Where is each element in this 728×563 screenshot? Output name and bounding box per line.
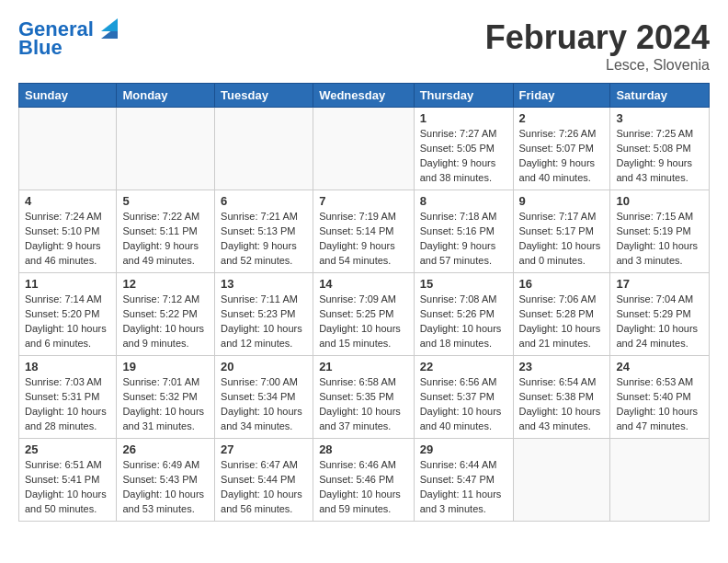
day-info: Sunrise: 7:15 AM Sunset: 5:19 PM Dayligh… [616, 210, 703, 269]
calendar-cell: 14Sunrise: 7:09 AM Sunset: 5:25 PM Dayli… [313, 273, 415, 356]
day-info: Sunrise: 7:25 AM Sunset: 5:08 PM Dayligh… [616, 127, 703, 186]
day-number: 19 [122, 360, 209, 373]
day-number: 22 [420, 360, 507, 373]
day-info: Sunrise: 7:00 AM Sunset: 5:34 PM Dayligh… [221, 375, 307, 434]
day-info: Sunrise: 7:26 AM Sunset: 5:07 PM Dayligh… [519, 127, 605, 186]
day-number: 16 [519, 277, 605, 291]
day-info: Sunrise: 6:53 AM Sunset: 5:40 PM Dayligh… [616, 375, 703, 434]
day-info: Sunrise: 7:22 AM Sunset: 5:11 PM Dayligh… [122, 210, 209, 269]
calendar-cell: 9Sunrise: 7:17 AM Sunset: 5:17 PM Daylig… [513, 190, 610, 273]
day-number: 1 [420, 111, 507, 125]
day-number: 12 [122, 277, 209, 291]
calendar-cell: 3Sunrise: 7:25 AM Sunset: 5:08 PM Daylig… [610, 108, 710, 190]
column-header-monday: Monday [117, 84, 215, 108]
day-info: Sunrise: 7:06 AM Sunset: 5:28 PM Dayligh… [519, 293, 605, 351]
day-info: Sunrise: 6:51 AM Sunset: 5:41 PM Dayligh… [25, 458, 110, 517]
calendar-cell: 15Sunrise: 7:08 AM Sunset: 5:26 PM Dayli… [414, 273, 513, 356]
svg-marker-1 [101, 18, 118, 31]
day-info: Sunrise: 7:01 AM Sunset: 5:32 PM Dayligh… [122, 375, 209, 434]
calendar-cell: 6Sunrise: 7:21 AM Sunset: 5:13 PM Daylig… [215, 190, 313, 273]
location: Lesce, Slovenia [485, 57, 710, 74]
day-number: 6 [221, 194, 307, 208]
calendar-cell: 29Sunrise: 6:44 AM Sunset: 5:47 PM Dayli… [414, 439, 513, 522]
day-number: 3 [616, 111, 703, 125]
calendar-cell: 27Sunrise: 6:47 AM Sunset: 5:44 PM Dayli… [215, 439, 313, 522]
calendar-cell: 16Sunrise: 7:06 AM Sunset: 5:28 PM Dayli… [513, 273, 610, 356]
day-info: Sunrise: 7:11 AM Sunset: 5:23 PM Dayligh… [221, 293, 307, 351]
day-number: 5 [122, 194, 209, 208]
calendar-week-row: 4Sunrise: 7:24 AM Sunset: 5:10 PM Daylig… [19, 190, 710, 273]
page-header: General Blue February 2024 Lesce, Sloven… [18, 18, 710, 74]
day-info: Sunrise: 6:49 AM Sunset: 5:43 PM Dayligh… [122, 458, 209, 517]
day-info: Sunrise: 7:04 AM Sunset: 5:29 PM Dayligh… [616, 293, 703, 351]
day-number: 28 [319, 442, 408, 456]
day-info: Sunrise: 7:21 AM Sunset: 5:13 PM Dayligh… [221, 210, 307, 269]
day-number: 7 [319, 194, 408, 208]
column-header-wednesday: Wednesday [313, 84, 415, 108]
day-info: Sunrise: 7:12 AM Sunset: 5:22 PM Dayligh… [122, 293, 209, 351]
column-header-thursday: Thursday [414, 84, 513, 108]
calendar-cell [610, 439, 710, 522]
day-number: 10 [616, 194, 703, 208]
day-info: Sunrise: 6:44 AM Sunset: 5:47 PM Dayligh… [420, 458, 507, 517]
day-info: Sunrise: 6:56 AM Sunset: 5:37 PM Dayligh… [420, 375, 507, 434]
day-number: 14 [319, 277, 408, 291]
calendar-week-row: 11Sunrise: 7:14 AM Sunset: 5:20 PM Dayli… [19, 273, 710, 356]
calendar-cell: 7Sunrise: 7:19 AM Sunset: 5:14 PM Daylig… [313, 190, 415, 273]
calendar-cell: 25Sunrise: 6:51 AM Sunset: 5:41 PM Dayli… [19, 439, 117, 522]
calendar-header-row: SundayMondayTuesdayWednesdayThursdayFrid… [19, 84, 710, 108]
day-info: Sunrise: 6:58 AM Sunset: 5:35 PM Dayligh… [319, 375, 408, 434]
calendar-cell: 23Sunrise: 6:54 AM Sunset: 5:38 PM Dayli… [513, 356, 610, 439]
column-header-friday: Friday [513, 84, 610, 108]
day-info: Sunrise: 7:03 AM Sunset: 5:31 PM Dayligh… [25, 375, 110, 434]
day-number: 21 [319, 360, 408, 373]
calendar-table: SundayMondayTuesdayWednesdayThursdayFrid… [18, 83, 710, 522]
day-number: 20 [221, 360, 307, 373]
day-number: 2 [519, 111, 605, 125]
day-info: Sunrise: 6:47 AM Sunset: 5:44 PM Dayligh… [221, 458, 307, 517]
day-number: 25 [25, 442, 110, 456]
calendar-cell: 22Sunrise: 6:56 AM Sunset: 5:37 PM Dayli… [414, 356, 513, 439]
calendar-cell: 5Sunrise: 7:22 AM Sunset: 5:11 PM Daylig… [117, 190, 215, 273]
calendar-cell: 20Sunrise: 7:00 AM Sunset: 5:34 PM Dayli… [215, 356, 313, 439]
calendar-cell [513, 439, 610, 522]
column-header-saturday: Saturday [610, 84, 710, 108]
column-header-sunday: Sunday [19, 84, 117, 108]
day-info: Sunrise: 7:27 AM Sunset: 5:05 PM Dayligh… [420, 127, 507, 186]
day-number: 4 [25, 194, 110, 208]
day-info: Sunrise: 7:19 AM Sunset: 5:14 PM Dayligh… [319, 210, 408, 269]
calendar-cell: 8Sunrise: 7:18 AM Sunset: 5:16 PM Daylig… [414, 190, 513, 273]
calendar-cell [215, 108, 313, 190]
month-title: February 2024 [485, 18, 710, 57]
calendar-cell [117, 108, 215, 190]
day-number: 17 [616, 277, 703, 291]
day-number: 11 [25, 277, 110, 291]
calendar-cell: 2Sunrise: 7:26 AM Sunset: 5:07 PM Daylig… [513, 108, 610, 190]
day-number: 27 [221, 442, 307, 456]
calendar-cell: 19Sunrise: 7:01 AM Sunset: 5:32 PM Dayli… [117, 356, 215, 439]
calendar-cell: 24Sunrise: 6:53 AM Sunset: 5:40 PM Dayli… [610, 356, 710, 439]
day-info: Sunrise: 6:46 AM Sunset: 5:46 PM Dayligh… [319, 458, 408, 517]
calendar-cell: 12Sunrise: 7:12 AM Sunset: 5:22 PM Dayli… [117, 273, 215, 356]
calendar-cell [19, 108, 117, 190]
calendar-cell: 21Sunrise: 6:58 AM Sunset: 5:35 PM Dayli… [313, 356, 415, 439]
calendar-week-row: 18Sunrise: 7:03 AM Sunset: 5:31 PM Dayli… [19, 356, 710, 439]
day-info: Sunrise: 7:09 AM Sunset: 5:25 PM Dayligh… [319, 293, 408, 351]
day-info: Sunrise: 7:14 AM Sunset: 5:20 PM Dayligh… [25, 293, 110, 351]
day-number: 18 [25, 360, 110, 373]
day-info: Sunrise: 7:17 AM Sunset: 5:17 PM Dayligh… [519, 210, 605, 269]
day-number: 24 [616, 360, 703, 373]
day-number: 29 [420, 442, 507, 456]
calendar-week-row: 1Sunrise: 7:27 AM Sunset: 5:05 PM Daylig… [19, 108, 710, 190]
title-block: February 2024 Lesce, Slovenia [485, 18, 710, 74]
calendar-cell: 17Sunrise: 7:04 AM Sunset: 5:29 PM Dayli… [610, 273, 710, 356]
calendar-cell: 13Sunrise: 7:11 AM Sunset: 5:23 PM Dayli… [215, 273, 313, 356]
logo: General Blue [18, 18, 118, 59]
day-number: 15 [420, 277, 507, 291]
calendar-cell [313, 108, 415, 190]
calendar-week-row: 25Sunrise: 6:51 AM Sunset: 5:41 PM Dayli… [19, 439, 710, 522]
calendar-cell: 10Sunrise: 7:15 AM Sunset: 5:19 PM Dayli… [610, 190, 710, 273]
day-info: Sunrise: 7:08 AM Sunset: 5:26 PM Dayligh… [420, 293, 507, 351]
calendar-cell: 28Sunrise: 6:46 AM Sunset: 5:46 PM Dayli… [313, 439, 415, 522]
day-info: Sunrise: 7:18 AM Sunset: 5:16 PM Dayligh… [420, 210, 507, 269]
